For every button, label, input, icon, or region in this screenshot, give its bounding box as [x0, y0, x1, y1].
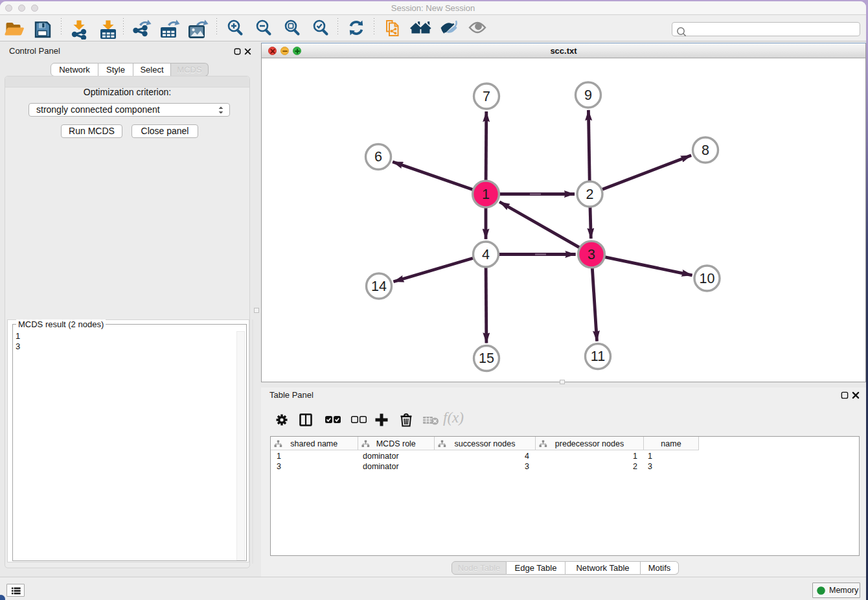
svg-text:10: 10: [700, 271, 715, 286]
svg-text:2: 2: [586, 187, 594, 202]
svg-text:4: 4: [482, 247, 490, 262]
svg-text:14: 14: [371, 279, 387, 294]
svg-text:8: 8: [702, 143, 709, 158]
svg-text:7: 7: [483, 89, 490, 104]
svg-text:11: 11: [591, 349, 605, 364]
svg-text:15: 15: [479, 351, 494, 366]
svg-text:9: 9: [584, 87, 592, 103]
svg-text:3: 3: [588, 247, 595, 262]
svg-text:6: 6: [374, 149, 382, 165]
svg-text:1: 1: [482, 187, 490, 202]
